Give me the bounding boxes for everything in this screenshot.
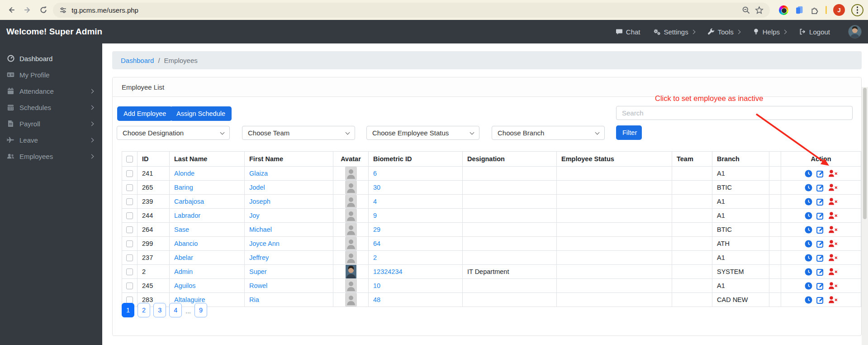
scrollbar-thumb[interactable] (863, 88, 867, 219)
user-x-icon[interactable] (828, 268, 838, 275)
biometric-id-link[interactable]: 6 (373, 170, 377, 177)
edit-icon[interactable] (816, 226, 824, 234)
row-checkbox[interactable] (126, 226, 133, 233)
branch-select[interactable]: Choose Branch (492, 126, 605, 140)
clock-icon[interactable] (805, 268, 812, 276)
sidebar-item-my-profile[interactable]: My Profile (0, 67, 102, 83)
row-checkbox[interactable] (126, 240, 133, 247)
clock-icon[interactable] (805, 184, 812, 192)
employee-status-select[interactable]: Choose Employee Status (366, 126, 479, 140)
nav-item-settings[interactable]: Settings (653, 28, 695, 36)
first-name-link[interactable]: Joy (249, 212, 260, 219)
team-select[interactable]: Choose Team (242, 126, 355, 140)
clock-icon[interactable] (805, 254, 812, 262)
edit-icon[interactable] (816, 240, 824, 248)
last-name-link[interactable]: Sase (174, 226, 189, 233)
clock-icon[interactable] (805, 296, 812, 304)
bookmark-star-icon[interactable] (755, 6, 764, 14)
row-checkbox[interactable] (126, 212, 133, 219)
edit-icon[interactable] (816, 212, 824, 220)
first-name-link[interactable]: Glaiza (249, 170, 268, 177)
zoom-out-icon[interactable] (742, 6, 750, 14)
first-name-link[interactable]: Ria (249, 296, 259, 303)
last-name-link[interactable]: Carbajosa (174, 198, 204, 205)
clock-icon[interactable] (805, 212, 812, 220)
row-checkbox[interactable] (126, 170, 133, 177)
first-name-link[interactable]: Jeffrey (249, 254, 269, 261)
edit-icon[interactable] (816, 282, 824, 290)
clock-icon[interactable] (805, 170, 812, 177)
browser-back-button[interactable] (5, 3, 18, 17)
add-employee-button[interactable]: Add Employee (117, 106, 172, 121)
user-x-icon[interactable] (828, 198, 838, 205)
biometric-id-link[interactable]: 10 (373, 282, 380, 289)
assign-schedule-button[interactable]: Assign Schedule (170, 106, 232, 121)
last-name-link[interactable]: Abelar (174, 254, 193, 261)
first-name-link[interactable]: Rowel (249, 282, 267, 289)
biometric-id-link[interactable]: 30 (373, 184, 380, 191)
nav-item-helps[interactable]: Helps (753, 28, 786, 36)
biometric-id-link[interactable]: 12324234 (373, 268, 403, 275)
user-x-icon[interactable] (828, 254, 838, 261)
site-settings-icon[interactable] (59, 6, 67, 14)
browser-profile-avatar[interactable]: J (833, 4, 845, 16)
browser-forward-button[interactable] (21, 3, 34, 17)
user-x-icon[interactable] (828, 296, 838, 303)
first-name-link[interactable]: Joyce Ann (249, 240, 280, 247)
biometric-id-link[interactable]: 4 (373, 198, 377, 205)
user-x-icon[interactable] (828, 212, 838, 219)
biometric-id-link[interactable]: 2 (373, 254, 377, 261)
nav-item-chat[interactable]: Chat (616, 28, 640, 36)
user-x-icon[interactable] (828, 226, 838, 233)
breadcrumb-dashboard-link[interactable]: Dashboard (121, 57, 154, 64)
select-all-checkbox[interactable] (126, 156, 133, 163)
search-input[interactable] (616, 106, 853, 120)
edit-icon[interactable] (816, 170, 824, 177)
first-name-link[interactable]: Joseph (249, 198, 270, 205)
first-name-link[interactable]: Super (249, 268, 267, 275)
pagination-page-9[interactable]: 9 (194, 303, 207, 317)
browser-menu-button[interactable] (851, 4, 863, 16)
clock-icon[interactable] (805, 240, 812, 248)
extensions-puzzle-icon[interactable] (810, 5, 819, 14)
docs-extension-icon[interactable] (795, 5, 804, 14)
color-wheel-extension-icon[interactable] (779, 5, 788, 15)
row-checkbox[interactable] (126, 268, 133, 275)
row-checkbox[interactable] (126, 283, 133, 289)
sidebar-item-dashboard[interactable]: Dashboard (0, 50, 102, 67)
url-text[interactable]: tg.pcms.me/users.php (71, 6, 138, 14)
sidebar-item-schedules[interactable]: Schedules (0, 99, 102, 115)
row-checkbox[interactable] (126, 254, 133, 261)
biometric-id-link[interactable]: 29 (373, 226, 380, 233)
last-name-link[interactable]: Aguilos (174, 282, 196, 289)
scrollbar[interactable] (862, 87, 868, 345)
designation-select[interactable]: Choose Designation (117, 126, 230, 140)
sidebar-item-attendance[interactable]: Attendance (0, 83, 102, 99)
first-name-link[interactable]: Michael (249, 226, 272, 233)
biometric-id-link[interactable]: 9 (373, 212, 377, 219)
address-bar[interactable]: tg.pcms.me/users.php (53, 3, 770, 18)
pagination-page-4[interactable]: 4 (169, 303, 182, 317)
biometric-id-link[interactable]: 48 (373, 296, 380, 303)
browser-reload-button[interactable] (37, 3, 51, 17)
biometric-id-link[interactable]: 64 (373, 240, 380, 247)
clock-icon[interactable] (805, 282, 812, 290)
clock-icon[interactable] (805, 198, 812, 206)
row-checkbox[interactable] (126, 184, 133, 191)
user-x-icon[interactable] (828, 184, 838, 191)
first-name-link[interactable]: Jodel (249, 184, 265, 191)
edit-icon[interactable] (816, 198, 824, 206)
user-x-icon[interactable] (828, 282, 838, 289)
clock-icon[interactable] (805, 226, 812, 234)
user-x-icon[interactable] (828, 240, 838, 247)
last-name-link[interactable]: Abancio (174, 240, 198, 247)
sidebar-item-employees[interactable]: Employees (0, 148, 102, 164)
last-name-link[interactable]: Admin (174, 268, 193, 275)
edit-icon[interactable] (816, 268, 824, 276)
last-name-link[interactable]: Altalaguire (174, 296, 205, 303)
pagination-page-1[interactable]: 1 (122, 303, 134, 317)
filter-button[interactable]: Filter (616, 125, 642, 140)
sidebar-item-payroll[interactable]: Payroll (0, 115, 102, 132)
edit-icon[interactable] (816, 296, 824, 304)
last-name-link[interactable]: Baring (174, 184, 193, 191)
